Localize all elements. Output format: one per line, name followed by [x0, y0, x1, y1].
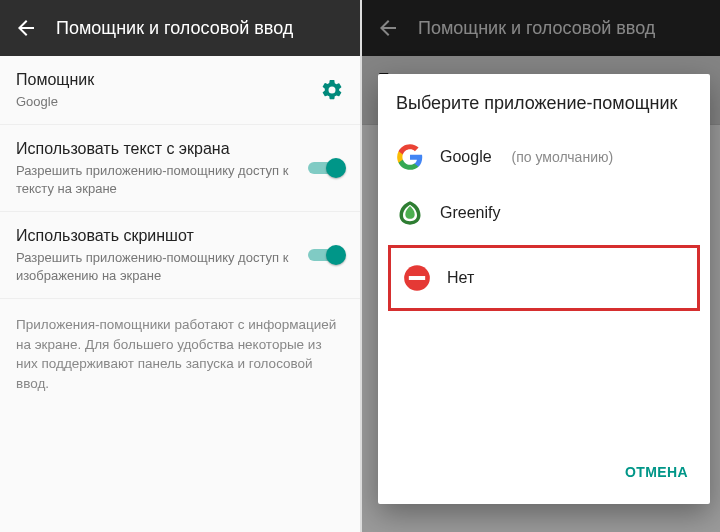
- screenshot-subtitle: Разрешить приложению-помощнику доступ к …: [16, 249, 296, 284]
- assistant-chooser-dialog: Выберите приложение-помощник Google (по …: [378, 74, 710, 504]
- assistant-row[interactable]: Помощник Google: [0, 56, 360, 125]
- option-google-label: Google: [440, 148, 492, 166]
- appbar-title: Помощник и голосовой ввод: [56, 18, 293, 39]
- back-icon[interactable]: [14, 16, 38, 40]
- use-screenshot-row[interactable]: Использовать скриншот Разрешить приложен…: [0, 212, 360, 299]
- no-entry-icon: [403, 264, 431, 292]
- screen-text-switch[interactable]: [308, 158, 344, 178]
- option-greenify[interactable]: Greenify: [378, 185, 710, 241]
- option-google-sublabel: (по умолчанию): [512, 149, 614, 165]
- option-google[interactable]: Google (по умолчанию): [378, 129, 710, 185]
- svg-rect-1: [409, 276, 425, 280]
- google-icon: [396, 143, 424, 171]
- assistant-title: Помощник: [16, 70, 308, 91]
- settings-list: Помощник Google Использовать текст с экр…: [0, 56, 360, 299]
- screenshot-switch[interactable]: [308, 245, 344, 265]
- right-panel: Помощник и голосовой ввод Помощник G Выб…: [360, 0, 720, 532]
- screenshot-title: Использовать скриншот: [16, 226, 296, 247]
- dialog-title: Выберите приложение-помощник: [378, 74, 710, 129]
- option-none[interactable]: Нет: [388, 245, 700, 311]
- assistant-subtitle: Google: [16, 93, 308, 111]
- greenify-icon: [396, 199, 424, 227]
- screen-text-title: Использовать текст с экрана: [16, 139, 296, 160]
- option-none-label: Нет: [447, 269, 474, 287]
- footer-note: Приложения-помощники работают с информац…: [0, 299, 360, 409]
- gear-icon[interactable]: [320, 78, 344, 102]
- use-screen-text-row[interactable]: Использовать текст с экрана Разрешить пр…: [0, 125, 360, 212]
- option-greenify-label: Greenify: [440, 204, 500, 222]
- screen-text-subtitle: Разрешить приложению-помощнику доступ к …: [16, 162, 296, 197]
- appbar: Помощник и голосовой ввод: [0, 0, 360, 56]
- left-panel: Помощник и голосовой ввод Помощник Googl…: [0, 0, 360, 532]
- cancel-button[interactable]: ОТМЕНА: [617, 454, 696, 490]
- dialog-actions: ОТМЕНА: [378, 446, 710, 500]
